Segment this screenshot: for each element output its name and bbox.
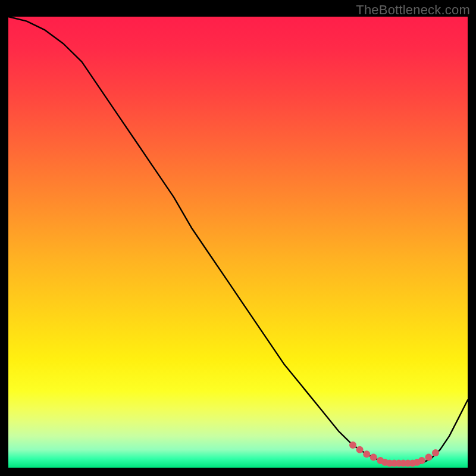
marker-dot (363, 450, 370, 458)
chart-frame: TheBottleneck.com (0, 0, 476, 476)
bottom-markers (349, 441, 439, 466)
marker-dot (370, 454, 377, 461)
marker-dot (418, 457, 425, 464)
marker-dot (425, 454, 432, 461)
marker-dot (356, 446, 364, 453)
watermark-text: TheBottleneck.com (356, 2, 470, 18)
curve-path (8, 17, 468, 463)
marker-dot (349, 441, 356, 449)
plot-area (8, 17, 468, 468)
chart-svg (8, 17, 468, 468)
marker-dot (432, 449, 439, 456)
